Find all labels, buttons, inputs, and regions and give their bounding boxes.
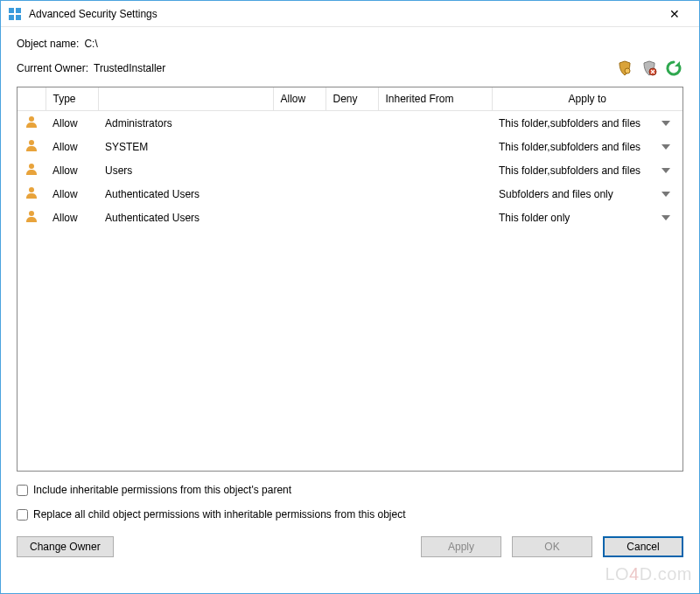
cell-type: Allow <box>46 182 98 206</box>
close-button[interactable]: ✕ <box>657 1 692 27</box>
cell-deny <box>326 206 378 229</box>
col-apply[interactable]: Apply to <box>492 87 682 111</box>
object-name-value: C:\ <box>84 38 97 50</box>
user-icon <box>18 135 46 158</box>
cell-name: SYSTEM <box>98 135 273 158</box>
table-row[interactable]: AllowAuthenticated UsersSubfolders and f… <box>18 182 682 206</box>
cell-name: Users <box>98 158 273 182</box>
col-allow[interactable]: Allow <box>273 87 326 111</box>
user-icon <box>18 111 46 136</box>
table-row[interactable]: AllowUsersThis folder,subfolders and fil… <box>18 158 682 182</box>
col-type[interactable]: Type <box>46 87 98 111</box>
chevron-down-icon[interactable] <box>662 192 670 197</box>
col-inherited[interactable]: Inherited From <box>378 87 492 111</box>
inherit-checkbox-row[interactable]: Include inheritable permissions from thi… <box>17 484 683 496</box>
refresh-icon[interactable] <box>664 59 683 78</box>
app-icon <box>8 7 22 21</box>
svg-point-6 <box>29 116 34 122</box>
change-owner-button[interactable]: Change Owner <box>17 536 114 557</box>
apply-text: This folder only <box>499 212 570 224</box>
svg-point-10 <box>29 211 34 216</box>
cell-allow <box>273 158 326 182</box>
owner-label: Current Owner: <box>17 62 88 74</box>
cell-apply[interactable]: This folder,subfolders and files <box>492 135 682 158</box>
cell-allow <box>273 111 326 136</box>
cell-type: Allow <box>46 206 98 229</box>
cell-deny <box>326 158 378 182</box>
svg-rect-1 <box>16 8 21 13</box>
table-row[interactable]: AllowAuthenticated UsersThis folder only <box>18 206 682 229</box>
window-body: Object name: C:\ Current Owner: TrustedI… <box>1 27 699 593</box>
window-title: Advanced Security Settings <box>29 8 657 20</box>
chevron-down-icon[interactable] <box>662 121 670 126</box>
owner-row: Current Owner: TrustedInstaller <box>17 59 683 78</box>
replace-checkbox-row[interactable]: Replace all child object permissions wit… <box>17 508 683 521</box>
owner-value: TrustedInstaller <box>94 62 615 74</box>
permissions-table: Type Allow Deny Inherited From Apply to … <box>18 87 682 229</box>
apply-button[interactable]: Apply <box>421 536 501 557</box>
user-icon <box>18 206 46 229</box>
object-name-label: Object name: <box>17 38 79 50</box>
table-row[interactable]: AllowSYSTEMThis folder,subfolders and fi… <box>18 135 682 158</box>
col-deny[interactable]: Deny <box>326 87 378 111</box>
cell-name: Administrators <box>98 111 273 136</box>
chevron-down-icon[interactable] <box>662 144 670 150</box>
user-icon <box>18 182 46 206</box>
svg-point-8 <box>29 164 34 169</box>
svg-point-4 <box>625 68 630 73</box>
apply-text: This folder,subfolders and files <box>499 164 640 177</box>
shield-gold-icon[interactable] <box>615 59 634 78</box>
user-icon <box>18 158 46 182</box>
cell-inherited <box>378 182 492 206</box>
footer: Change Owner Apply OK Cancel <box>17 536 683 557</box>
inherit-checkbox[interactable] <box>17 485 28 496</box>
cell-apply[interactable]: Subfolders and files only <box>492 182 682 206</box>
col-name[interactable] <box>98 87 273 111</box>
security-settings-window: Advanced Security Settings ✕ Object name… <box>0 0 700 594</box>
col-icon[interactable] <box>18 87 46 111</box>
cell-apply[interactable]: This folder,subfolders and files <box>492 158 682 182</box>
cell-type: Allow <box>46 111 98 136</box>
cell-deny <box>326 135 378 158</box>
replace-checkbox-label: Replace all child object permissions wit… <box>33 508 406 521</box>
cancel-button[interactable]: Cancel <box>603 536 683 557</box>
cell-inherited <box>378 111 492 136</box>
svg-rect-3 <box>16 15 21 20</box>
table-row[interactable]: AllowAdministratorsThis folder,subfolder… <box>18 111 682 136</box>
shield-remove-icon[interactable] <box>640 59 659 78</box>
cell-apply[interactable]: This folder only <box>492 206 682 229</box>
inherit-checkbox-label: Include inheritable permissions from thi… <box>33 484 291 496</box>
cell-deny <box>326 182 378 206</box>
apply-text: Subfolders and files only <box>499 188 613 200</box>
cell-name: Authenticated Users <box>98 206 273 229</box>
cell-inherited <box>378 158 492 182</box>
titlebar: Advanced Security Settings ✕ <box>1 1 699 27</box>
svg-point-7 <box>29 140 34 145</box>
apply-text: This folder,subfolders and files <box>499 141 640 153</box>
object-name-row: Object name: C:\ <box>17 38 683 50</box>
svg-rect-2 <box>9 15 14 20</box>
cell-apply[interactable]: This folder,subfolders and files <box>492 111 682 136</box>
owner-toolbar <box>615 59 683 78</box>
permissions-table-wrap: Type Allow Deny Inherited From Apply to … <box>17 87 683 472</box>
ok-button[interactable]: OK <box>512 536 592 557</box>
cell-type: Allow <box>46 135 98 158</box>
cell-type: Allow <box>46 158 98 182</box>
svg-point-9 <box>29 187 34 192</box>
cell-deny <box>326 111 378 136</box>
cell-allow <box>273 135 326 158</box>
table-header-row: Type Allow Deny Inherited From Apply to <box>18 87 682 111</box>
cell-name: Authenticated Users <box>98 182 273 206</box>
cell-allow <box>273 182 326 206</box>
chevron-down-icon[interactable] <box>662 168 670 173</box>
cell-inherited <box>378 135 492 158</box>
cell-allow <box>273 206 326 229</box>
cell-inherited <box>378 206 492 229</box>
chevron-down-icon[interactable] <box>662 215 670 220</box>
replace-checkbox[interactable] <box>17 509 28 521</box>
svg-rect-0 <box>9 8 14 13</box>
apply-text: This folder,subfolders and files <box>499 117 640 129</box>
